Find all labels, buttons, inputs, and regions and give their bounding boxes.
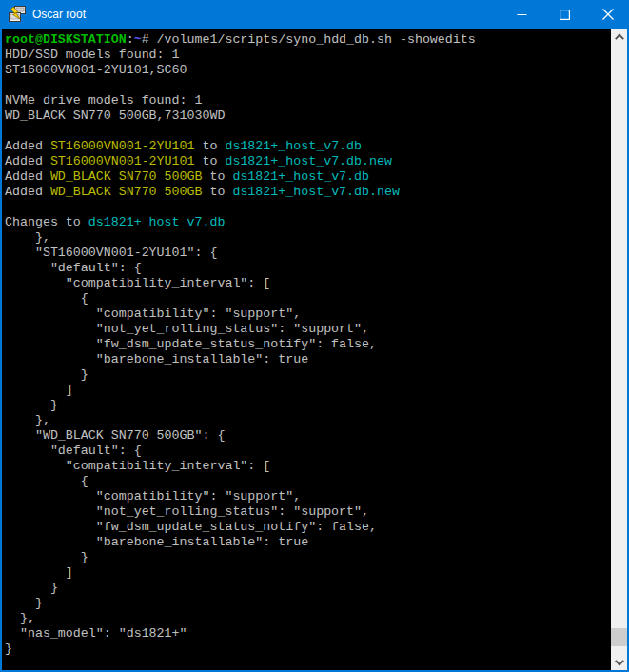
terminal-text-segment: "default": { xyxy=(5,261,142,275)
terminal-line: } xyxy=(5,581,611,596)
scrollbar[interactable] xyxy=(611,29,627,670)
maximize-button[interactable] xyxy=(543,0,586,29)
window-title: Oscar root xyxy=(32,8,501,21)
titlebar[interactable]: Oscar root xyxy=(0,0,629,29)
terminal-text-segment: ds1821+_host_v7.db xyxy=(232,169,369,184)
terminal-text-segment: "default": { xyxy=(5,444,142,458)
terminal-text-segment: "compatibility": "support", xyxy=(5,489,301,504)
terminal-line: }, xyxy=(5,230,611,246)
terminal-text-segment: "fw_dsm_update_status_notify": false, xyxy=(5,337,377,351)
terminal-text-segment: } xyxy=(5,550,88,564)
terminal-line: "compatibility_interval": [ xyxy=(5,459,611,474)
terminal-text-segment: "not_yet_rolling_status": "support", xyxy=(5,322,369,336)
scrollbar-thumb[interactable] xyxy=(611,628,627,646)
terminal-line: } xyxy=(5,367,611,383)
terminal-line: NVMe drive models found: 1 xyxy=(5,93,611,109)
terminal-line: "compatibility": "support", xyxy=(5,306,611,322)
terminal-text-segment: ST16000VN001-2YU101,SC60 xyxy=(5,63,187,77)
terminal-line: "fw_dsm_update_status_notify": false, xyxy=(5,520,611,535)
terminal-line: "compatibility_interval": [ xyxy=(5,276,611,291)
terminal-text-segment: Added xyxy=(5,169,50,184)
terminal-text-segment: { xyxy=(5,291,88,306)
terminal-line: Changes to ds1821+_host_v7.db xyxy=(5,215,611,230)
terminal-line xyxy=(5,200,611,215)
minimize-button[interactable] xyxy=(501,0,543,29)
terminal-text-segment: } xyxy=(5,398,58,412)
terminal-line: } xyxy=(5,550,611,565)
terminal-line: { xyxy=(5,474,611,489)
close-button[interactable] xyxy=(586,0,629,29)
terminal-text-segment: WD_BLACK SN770 500GB xyxy=(50,169,203,184)
terminal-text-segment: ds1821+_host_v7.db xyxy=(225,139,362,153)
terminal-text-segment: NVMe drive models found: 1 xyxy=(5,93,202,108)
terminal-text-segment: to xyxy=(202,169,232,184)
terminal-text-segment: "barebone_installable": true xyxy=(5,352,308,366)
terminal-line: "not_yet_rolling_status": "support", xyxy=(5,322,611,337)
terminal-text-segment: to xyxy=(195,154,226,168)
terminal-text-segment: }, xyxy=(5,230,50,245)
terminal-line: root@DISKSTATION:~# /volume1/scripts/syn… xyxy=(5,32,611,48)
terminal-text-segment: ] xyxy=(5,565,73,580)
terminal-line: Added ST16000VN001-2YU101 to ds1821+_hos… xyxy=(5,154,611,169)
putty-app-icon xyxy=(8,5,27,24)
terminal-text-segment: to xyxy=(202,185,232,199)
scrollbar-track[interactable] xyxy=(611,45,627,654)
terminal-line: }, xyxy=(5,413,611,428)
terminal-line: ] xyxy=(5,383,611,398)
terminal-line: "fw_dsm_update_status_notify": false, xyxy=(5,337,611,352)
terminal-text-segment: : xyxy=(127,32,134,47)
terminal-text-segment: WD_BLACK SN770 500GB xyxy=(50,185,203,199)
terminal-line: ] xyxy=(5,565,611,581)
terminal-text-segment: "nas_model": "ds1821+" xyxy=(5,626,187,641)
terminal-line: }, xyxy=(5,611,611,626)
terminal-text-segment: ST16000VN001-2YU101 xyxy=(50,154,195,168)
terminal-text-segment: } xyxy=(5,367,88,382)
terminal-line: Added WD_BLACK SN770 500GB to ds1821+_ho… xyxy=(5,185,611,200)
terminal-text-segment: WD_BLACK SN770 500GB,731030WD xyxy=(5,109,225,123)
terminal-line: HDD/SSD models found: 1 xyxy=(5,48,611,63)
terminal-text-segment: "ST16000VN001-2YU101": { xyxy=(5,246,217,260)
terminal-line: Added WD_BLACK SN770 500GB to ds1821+_ho… xyxy=(5,169,611,185)
terminal-text-segment: ds1821+_host_v7.db.new xyxy=(232,185,400,199)
terminal-text-segment: } xyxy=(5,642,12,656)
terminal-text-segment: "compatibility_interval": [ xyxy=(5,276,270,290)
terminal-text-segment: } xyxy=(5,581,58,595)
terminal-line: "barebone_installable": true xyxy=(5,535,611,550)
terminal-line: "ST16000VN001-2YU101": { xyxy=(5,246,611,261)
terminal-text-segment: }, xyxy=(5,611,35,625)
terminal-text-segment: "WD_BLACK SN770 500GB": { xyxy=(5,428,225,443)
terminal-text-segment: ds1821+_host_v7.db xyxy=(88,215,226,229)
terminal-line: } xyxy=(5,398,611,413)
terminal-text-segment: ] xyxy=(5,383,73,397)
terminal-output[interactable]: root@DISKSTATION:~# /volume1/scripts/syn… xyxy=(2,29,611,670)
terminal-line: "barebone_installable": true xyxy=(5,352,611,367)
terminal-line: "compatibility": "support", xyxy=(5,489,611,504)
terminal-line: "default": { xyxy=(5,261,611,276)
terminal-text-segment: "barebone_installable": true xyxy=(5,535,308,549)
terminal-text-segment: }, xyxy=(5,413,50,427)
terminal-line: } xyxy=(5,642,611,657)
terminal-text-segment: to xyxy=(195,139,226,153)
terminal-text-segment: root@DISKSTATION xyxy=(5,32,127,47)
terminal-text-segment: "compatibility_interval": [ xyxy=(5,459,270,473)
terminal-text-segment: HDD/SSD models found: 1 xyxy=(5,48,180,62)
scroll-up-arrow-icon[interactable] xyxy=(611,29,627,45)
terminal-line: ST16000VN001-2YU101,SC60 xyxy=(5,63,611,78)
terminal-line: WD_BLACK SN770 500GB,731030WD xyxy=(5,109,611,124)
terminal-text-segment: { xyxy=(5,474,88,488)
terminal-text-segment: ST16000VN001-2YU101 xyxy=(50,139,195,153)
terminal-text-segment: "fw_dsm_update_status_notify": false, xyxy=(5,520,377,534)
terminal-text-segment: Added xyxy=(5,154,50,168)
terminal-line: "default": { xyxy=(5,444,611,459)
terminal-text-segment: ~ xyxy=(134,32,142,47)
terminal-line: } xyxy=(5,596,611,611)
putty-window: Oscar root root@DISKSTATION:~# /volume1/… xyxy=(0,0,629,672)
scroll-down-arrow-icon[interactable] xyxy=(611,654,627,670)
terminal-text-segment: Added xyxy=(5,139,50,153)
terminal-text-segment: # /volume1/scripts/syno_hdd_db.sh -showe… xyxy=(142,32,476,47)
terminal-text-segment: Changes to xyxy=(5,215,88,229)
terminal-line xyxy=(5,124,611,139)
terminal-text-segment: "compatibility": "support", xyxy=(5,306,301,321)
window-controls xyxy=(501,0,629,29)
terminal-line: Added ST16000VN001-2YU101 to ds1821+_hos… xyxy=(5,139,611,154)
